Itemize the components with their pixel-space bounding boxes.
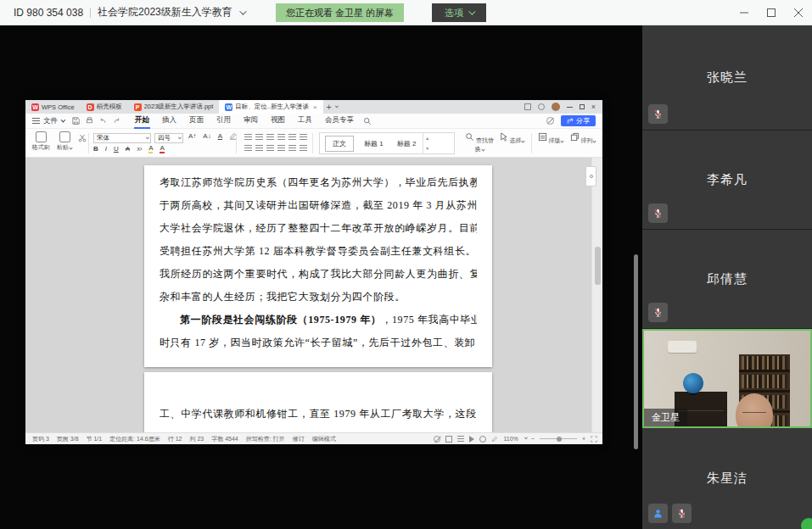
font-name-select[interactable]: 宋体 [93, 133, 151, 143]
distribute-icon[interactable] [288, 145, 296, 151]
redo-icon[interactable] [113, 117, 120, 125]
fit-page-icon[interactable] [479, 436, 486, 443]
globe-icon[interactable] [538, 103, 545, 110]
menu-insert[interactable]: 插入 [161, 114, 177, 129]
decrease-indent-icon[interactable] [266, 134, 274, 140]
options-button[interactable]: 选项 [432, 3, 486, 22]
cut-icon[interactable] [78, 134, 87, 142]
workspace-icon[interactable] [524, 103, 531, 110]
wps-close-icon[interactable]: × [591, 103, 596, 111]
status-edit-mode[interactable]: 编辑模式 [312, 435, 336, 443]
style-gallery-scroll[interactable]: ▲▼ [423, 133, 431, 153]
page-view-icon[interactable] [445, 436, 452, 443]
play-view-icon[interactable] [469, 436, 474, 443]
tab-document-active[interactable]: W 目标、定位..新生入学漫谈 × [219, 100, 322, 114]
participant-tile-speaking[interactable]: 金卫星 [642, 329, 812, 428]
text-direction-icon[interactable] [288, 134, 296, 140]
shading-icon[interactable] [300, 145, 307, 151]
outline-view-icon[interactable] [457, 436, 464, 442]
print-icon[interactable] [86, 117, 93, 125]
file-menu[interactable]: 文件 [43, 116, 64, 126]
save-icon[interactable] [72, 117, 80, 125]
close-button[interactable] [792, 6, 805, 19]
align-center-icon[interactable] [255, 145, 263, 151]
notification-dot[interactable] [801, 518, 812, 529]
menu-page[interactable]: 页面 [188, 114, 204, 129]
eye-protect-mode-icon[interactable] [434, 436, 440, 443]
typeset-button[interactable]: 排版 [536, 132, 565, 145]
menu-member[interactable]: 会员专享 [324, 114, 355, 129]
eye-protect-icon[interactable] [546, 117, 554, 125]
shared-screen-scrollbar[interactable] [634, 254, 638, 449]
italic-icon[interactable]: I [105, 145, 107, 153]
text-effects-icon[interactable]: A [218, 132, 222, 140]
menu-view[interactable]: 视图 [270, 114, 286, 129]
status-wordcount[interactable]: 字数 4544 [211, 435, 238, 443]
speaker-head [736, 393, 773, 428]
style-normal[interactable]: 正文 [325, 136, 354, 152]
new-tab-button[interactable]: + [323, 100, 340, 114]
tab-docer[interactable]: D 稻壳模板 [81, 100, 128, 114]
style-heading1[interactable]: 标题 1 [357, 139, 390, 148]
wps-restore-icon[interactable] [580, 104, 585, 109]
zoom-value[interactable]: 110% [503, 436, 518, 442]
zoom-in-button[interactable]: + [582, 436, 585, 442]
zoom-slider-knob[interactable] [557, 437, 562, 442]
meeting-info-chevron-icon[interactable] [239, 8, 246, 14]
wps-menubar: 文件 开始 插入 页面 引用 审阅 视图 工具 会员专享 [25, 114, 602, 129]
document-scrollbar[interactable] [591, 158, 602, 432]
menu-review[interactable]: 审阅 [243, 114, 259, 129]
participant-tile[interactable]: 李希凡 [642, 131, 812, 230]
tab-presentation[interactable]: P 2023级新生入学讲话.ppt [128, 100, 220, 114]
bold-icon[interactable]: B [93, 145, 98, 153]
justify-icon[interactable] [277, 145, 285, 151]
menu-reference[interactable]: 引用 [216, 114, 232, 129]
strike-icon[interactable]: A [126, 145, 130, 153]
font-size-select[interactable]: 四号 [154, 133, 183, 143]
document-page-2[interactable]: 工、中学代课教师和机修钳工，直至 1979 年从工厂考取大学，这段 [144, 372, 492, 432]
superscript-icon[interactable]: X² [137, 147, 142, 152]
navigation-pane-button[interactable] [585, 166, 596, 187]
numbered-list-icon[interactable] [255, 134, 263, 140]
participant-tile[interactable]: 邱倩慧 [642, 230, 812, 329]
decrease-font-icon[interactable]: A↓ [203, 132, 210, 140]
select-button[interactable]: 选择 [497, 132, 526, 145]
search-icon[interactable] [363, 117, 372, 125]
undo-icon[interactable] [99, 117, 107, 125]
status-track-changes[interactable]: 修订 [293, 435, 305, 443]
user-avatar[interactable] [552, 103, 560, 111]
increase-font-icon[interactable]: A↑ [188, 132, 196, 140]
zoom-slider[interactable] [540, 438, 577, 439]
menu-tools[interactable]: 工具 [297, 114, 313, 129]
hamburger-icon[interactable] [32, 118, 40, 124]
document-canvas[interactable]: 考取江苏师范学院历史系（四年更名为苏州大学），毕业后先后执教 于两所高校，其间又… [25, 158, 602, 432]
zoom-out-button[interactable]: − [531, 436, 535, 442]
participant-tile[interactable]: 朱星洁 [642, 428, 812, 529]
share-button[interactable]: 分享 [561, 115, 596, 126]
underline-icon[interactable]: U [114, 145, 119, 153]
edit-pen-icon[interactable] [491, 436, 498, 443]
fullscreen-icon[interactable] [591, 436, 597, 443]
maximize-button[interactable] [764, 6, 778, 19]
wps-minimize-icon[interactable] [567, 107, 573, 108]
tab-close-icon[interactable]: × [313, 103, 317, 111]
font-color-icon[interactable]: A [160, 144, 164, 153]
format-painter-button[interactable]: 格式刷 [30, 131, 52, 152]
line-spacing-icon[interactable] [300, 134, 307, 140]
align-left-icon[interactable] [244, 145, 252, 151]
arrange-button[interactable]: 排列 [568, 132, 597, 145]
find-replace-button[interactable]: 查找替换 [465, 132, 494, 153]
status-spellcheck[interactable]: 拼写检查: 打开 [246, 435, 285, 443]
minimize-button[interactable] [737, 6, 751, 19]
paste-button[interactable]: 粘贴 [53, 131, 76, 152]
style-heading2[interactable]: 标题 2 [390, 139, 423, 148]
document-page-1[interactable]: 考取江苏师范学院历史系（四年更名为苏州大学），毕业后先后执教 于两所高校，其间又… [144, 165, 492, 367]
participant-tile[interactable]: 张晓兰 [642, 25, 812, 131]
align-right-icon[interactable] [266, 145, 274, 151]
highlight-color-icon[interactable]: A [148, 144, 153, 153]
menu-home[interactable]: 开始 [134, 114, 150, 129]
increase-indent-icon[interactable] [277, 134, 285, 140]
tab-wps-home[interactable]: W WPS Office [25, 100, 81, 114]
bullet-list-icon[interactable] [244, 134, 252, 140]
document-scrollbar-thumb[interactable] [595, 247, 601, 285]
